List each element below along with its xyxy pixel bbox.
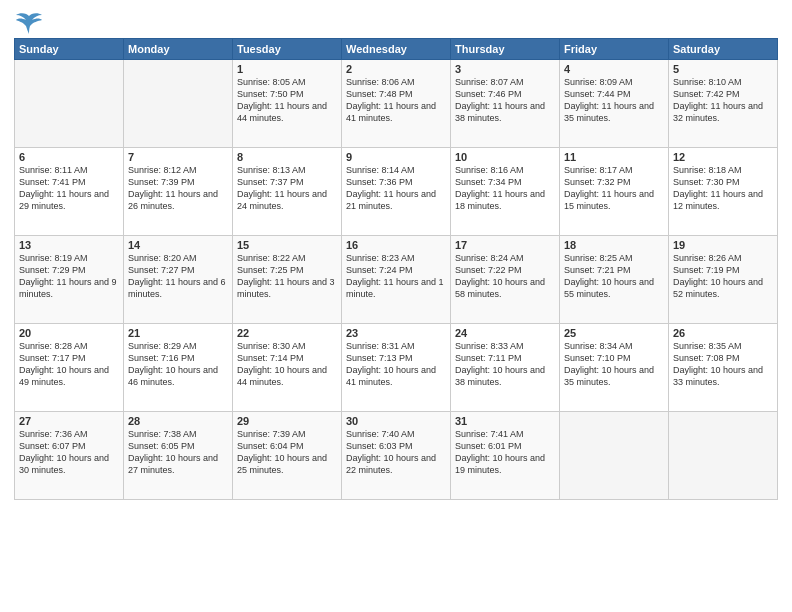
calendar-cell: 27Sunrise: 7:36 AM Sunset: 6:07 PM Dayli… [15,412,124,500]
day-content: Sunrise: 8:30 AM Sunset: 7:14 PM Dayligh… [237,340,337,389]
day-content: Sunrise: 8:14 AM Sunset: 7:36 PM Dayligh… [346,164,446,213]
weekday-header: Saturday [669,39,778,60]
calendar-cell: 5Sunrise: 8:10 AM Sunset: 7:42 PM Daylig… [669,60,778,148]
weekday-header: Wednesday [342,39,451,60]
day-number: 5 [673,63,773,75]
calendar-cell: 1Sunrise: 8:05 AM Sunset: 7:50 PM Daylig… [233,60,342,148]
calendar-cell: 12Sunrise: 8:18 AM Sunset: 7:30 PM Dayli… [669,148,778,236]
calendar-cell: 23Sunrise: 8:31 AM Sunset: 7:13 PM Dayli… [342,324,451,412]
calendar-cell: 22Sunrise: 8:30 AM Sunset: 7:14 PM Dayli… [233,324,342,412]
calendar-week-row: 20Sunrise: 8:28 AM Sunset: 7:17 PM Dayli… [15,324,778,412]
calendar-cell: 2Sunrise: 8:06 AM Sunset: 7:48 PM Daylig… [342,60,451,148]
calendar-cell: 9Sunrise: 8:14 AM Sunset: 7:36 PM Daylig… [342,148,451,236]
weekday-header: Monday [124,39,233,60]
calendar-cell: 7Sunrise: 8:12 AM Sunset: 7:39 PM Daylig… [124,148,233,236]
day-content: Sunrise: 7:36 AM Sunset: 6:07 PM Dayligh… [19,428,119,477]
calendar-cell: 28Sunrise: 7:38 AM Sunset: 6:05 PM Dayli… [124,412,233,500]
day-content: Sunrise: 8:06 AM Sunset: 7:48 PM Dayligh… [346,76,446,125]
day-content: Sunrise: 8:24 AM Sunset: 7:22 PM Dayligh… [455,252,555,301]
day-content: Sunrise: 7:38 AM Sunset: 6:05 PM Dayligh… [128,428,228,477]
day-number: 12 [673,151,773,163]
calendar-cell: 11Sunrise: 8:17 AM Sunset: 7:32 PM Dayli… [560,148,669,236]
day-number: 22 [237,327,337,339]
day-content: Sunrise: 8:13 AM Sunset: 7:37 PM Dayligh… [237,164,337,213]
day-content: Sunrise: 8:10 AM Sunset: 7:42 PM Dayligh… [673,76,773,125]
day-number: 14 [128,239,228,251]
calendar-cell: 8Sunrise: 8:13 AM Sunset: 7:37 PM Daylig… [233,148,342,236]
day-number: 15 [237,239,337,251]
calendar-week-row: 27Sunrise: 7:36 AM Sunset: 6:07 PM Dayli… [15,412,778,500]
day-content: Sunrise: 8:31 AM Sunset: 7:13 PM Dayligh… [346,340,446,389]
day-number: 26 [673,327,773,339]
calendar-cell [15,60,124,148]
calendar-week-row: 6Sunrise: 8:11 AM Sunset: 7:41 PM Daylig… [15,148,778,236]
day-content: Sunrise: 8:09 AM Sunset: 7:44 PM Dayligh… [564,76,664,125]
day-content: Sunrise: 7:41 AM Sunset: 6:01 PM Dayligh… [455,428,555,477]
day-number: 11 [564,151,664,163]
calendar-cell: 26Sunrise: 8:35 AM Sunset: 7:08 PM Dayli… [669,324,778,412]
day-number: 24 [455,327,555,339]
calendar-cell: 29Sunrise: 7:39 AM Sunset: 6:04 PM Dayli… [233,412,342,500]
calendar-table: SundayMondayTuesdayWednesdayThursdayFrid… [14,38,778,500]
day-number: 23 [346,327,446,339]
day-content: Sunrise: 8:34 AM Sunset: 7:10 PM Dayligh… [564,340,664,389]
logo-bird-icon [16,12,42,34]
calendar-cell: 13Sunrise: 8:19 AM Sunset: 7:29 PM Dayli… [15,236,124,324]
day-number: 10 [455,151,555,163]
day-number: 20 [19,327,119,339]
calendar-cell: 24Sunrise: 8:33 AM Sunset: 7:11 PM Dayli… [451,324,560,412]
day-number: 2 [346,63,446,75]
calendar-cell: 18Sunrise: 8:25 AM Sunset: 7:21 PM Dayli… [560,236,669,324]
calendar-cell: 3Sunrise: 8:07 AM Sunset: 7:46 PM Daylig… [451,60,560,148]
calendar-header-row: SundayMondayTuesdayWednesdayThursdayFrid… [15,39,778,60]
day-content: Sunrise: 8:11 AM Sunset: 7:41 PM Dayligh… [19,164,119,213]
calendar-cell: 20Sunrise: 8:28 AM Sunset: 7:17 PM Dayli… [15,324,124,412]
weekday-header: Tuesday [233,39,342,60]
day-number: 27 [19,415,119,427]
day-number: 31 [455,415,555,427]
calendar-week-row: 1Sunrise: 8:05 AM Sunset: 7:50 PM Daylig… [15,60,778,148]
calendar-cell: 19Sunrise: 8:26 AM Sunset: 7:19 PM Dayli… [669,236,778,324]
day-content: Sunrise: 8:33 AM Sunset: 7:11 PM Dayligh… [455,340,555,389]
day-content: Sunrise: 8:22 AM Sunset: 7:25 PM Dayligh… [237,252,337,301]
day-content: Sunrise: 8:25 AM Sunset: 7:21 PM Dayligh… [564,252,664,301]
day-number: 18 [564,239,664,251]
day-content: Sunrise: 8:17 AM Sunset: 7:32 PM Dayligh… [564,164,664,213]
calendar-week-row: 13Sunrise: 8:19 AM Sunset: 7:29 PM Dayli… [15,236,778,324]
calendar-cell [560,412,669,500]
page-header [14,10,778,32]
day-number: 6 [19,151,119,163]
calendar-cell: 15Sunrise: 8:22 AM Sunset: 7:25 PM Dayli… [233,236,342,324]
day-content: Sunrise: 7:40 AM Sunset: 6:03 PM Dayligh… [346,428,446,477]
day-content: Sunrise: 8:26 AM Sunset: 7:19 PM Dayligh… [673,252,773,301]
day-number: 16 [346,239,446,251]
day-number: 9 [346,151,446,163]
calendar-cell: 21Sunrise: 8:29 AM Sunset: 7:16 PM Dayli… [124,324,233,412]
day-content: Sunrise: 8:12 AM Sunset: 7:39 PM Dayligh… [128,164,228,213]
day-content: Sunrise: 8:35 AM Sunset: 7:08 PM Dayligh… [673,340,773,389]
calendar-cell: 10Sunrise: 8:16 AM Sunset: 7:34 PM Dayli… [451,148,560,236]
day-number: 7 [128,151,228,163]
day-number: 19 [673,239,773,251]
day-content: Sunrise: 8:23 AM Sunset: 7:24 PM Dayligh… [346,252,446,301]
calendar-cell: 31Sunrise: 7:41 AM Sunset: 6:01 PM Dayli… [451,412,560,500]
calendar-cell: 30Sunrise: 7:40 AM Sunset: 6:03 PM Dayli… [342,412,451,500]
day-content: Sunrise: 7:39 AM Sunset: 6:04 PM Dayligh… [237,428,337,477]
day-number: 25 [564,327,664,339]
weekday-header: Sunday [15,39,124,60]
day-number: 13 [19,239,119,251]
calendar-cell: 25Sunrise: 8:34 AM Sunset: 7:10 PM Dayli… [560,324,669,412]
calendar-cell [669,412,778,500]
day-content: Sunrise: 8:19 AM Sunset: 7:29 PM Dayligh… [19,252,119,301]
day-number: 8 [237,151,337,163]
day-number: 1 [237,63,337,75]
day-content: Sunrise: 8:16 AM Sunset: 7:34 PM Dayligh… [455,164,555,213]
calendar-cell: 16Sunrise: 8:23 AM Sunset: 7:24 PM Dayli… [342,236,451,324]
day-content: Sunrise: 8:28 AM Sunset: 7:17 PM Dayligh… [19,340,119,389]
calendar-cell [124,60,233,148]
day-content: Sunrise: 8:07 AM Sunset: 7:46 PM Dayligh… [455,76,555,125]
day-number: 28 [128,415,228,427]
day-number: 3 [455,63,555,75]
calendar-cell: 6Sunrise: 8:11 AM Sunset: 7:41 PM Daylig… [15,148,124,236]
calendar-cell: 14Sunrise: 8:20 AM Sunset: 7:27 PM Dayli… [124,236,233,324]
